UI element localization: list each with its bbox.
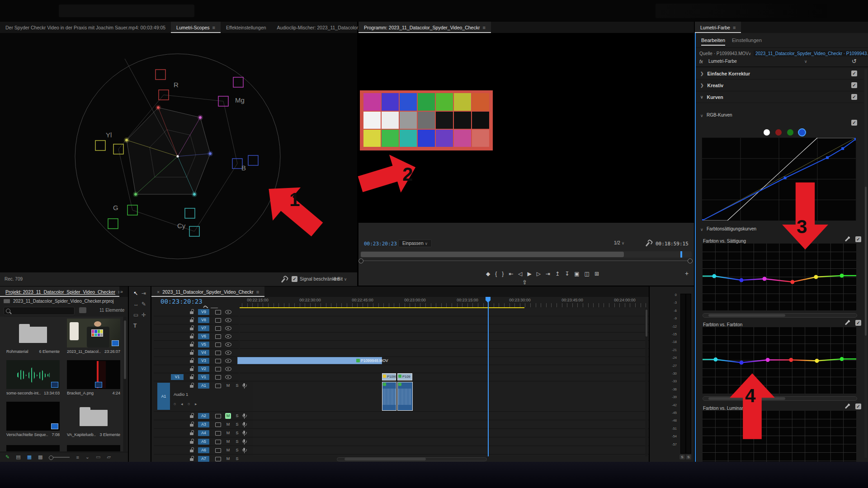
project-item-image[interactable]: Bracket_A.png4:24: [67, 360, 120, 400]
voice-over-record-mic-icon[interactable]: [243, 448, 245, 451]
track-output-icon[interactable]: [215, 422, 221, 427]
track-lock-icon[interactable]: [190, 352, 193, 355]
track-name-button[interactable]: A5: [198, 439, 209, 445]
new-bin-icon[interactable]: ▱: [107, 454, 110, 460]
track-output-icon[interactable]: [215, 384, 221, 388]
project-tab[interactable]: Projekt: 2023_11_Datacolor_Spider_Video_…: [0, 286, 119, 297]
sort-icon[interactable]: ≡: [76, 455, 79, 460]
voice-over-record-mic-icon[interactable]: [243, 422, 245, 425]
add-button[interactable]: +: [685, 270, 689, 277]
track-name-button[interactable]: V7: [198, 325, 209, 331]
eyedropper-icon[interactable]: [845, 404, 849, 408]
item-name[interactable]: some-seconds-int..: [6, 391, 41, 395]
track-visibility-eye-icon[interactable]: [225, 351, 231, 355]
eyedropper-icon[interactable]: [845, 237, 849, 241]
bit-depth-dropdown[interactable]: 8 Bit ∨: [334, 277, 347, 282]
curve-enabled-checkbox[interactable]: ✓: [855, 236, 861, 242]
audio-track-lane-A1[interactable]: [240, 382, 649, 412]
track-visibility-eye-icon[interactable]: [225, 334, 231, 338]
program-settings-wrench-icon[interactable]: [646, 242, 650, 246]
icon-view-icon[interactable]: ▦: [27, 454, 32, 460]
project-item-audio[interactable]: some-seconds-int..13:34:03: [6, 360, 60, 400]
track-solo-button[interactable]: S: [234, 413, 240, 419]
source-clip-link[interactable]: 2023_11_Datacolor_Spyder_Video_Checkr · …: [754, 51, 868, 56]
track-name-button[interactable]: V2: [198, 366, 209, 372]
panel-menu-icon[interactable]: ≡: [118, 289, 119, 295]
track-lock-icon[interactable]: [190, 311, 193, 314]
signal-clamp-checkbox[interactable]: ✓: [292, 276, 297, 282]
track-name-button[interactable]: V8: [198, 317, 209, 323]
track-lock-icon[interactable]: [190, 336, 193, 338]
keyframe-nav-icons[interactable]: ○ ◂ ○ ▸: [174, 402, 198, 406]
track-lock-icon[interactable]: [190, 376, 193, 379]
timeline-clip-video[interactable]: P1099: [382, 373, 396, 380]
video-track-lane-V8[interactable]: [240, 316, 649, 324]
source-patch-video[interactable]: V1: [171, 374, 184, 380]
track-solo-button[interactable]: S: [234, 430, 240, 436]
mark-in-icon[interactable]: {: [495, 271, 497, 277]
export-frame-icon[interactable]: ▣: [574, 271, 579, 277]
item-name[interactable]: VA_Kapitelueb..: [67, 432, 96, 437]
track-lock-icon[interactable]: [190, 441, 193, 444]
audio-track-lane-A3[interactable]: [240, 421, 649, 429]
video-track-lane-V6[interactable]: [240, 333, 649, 341]
program-zoom-scrollbar[interactable]: [360, 251, 692, 258]
track-mute-button[interactable]: M: [225, 383, 231, 389]
track-output-icon[interactable]: [215, 343, 221, 347]
audio-track-lane-A2[interactable]: [240, 412, 649, 420]
section-enabled-checkbox[interactable]: ✓: [851, 94, 857, 100]
section-kurven[interactable]: ∨Kurven✓: [696, 91, 863, 103]
track-solo-button[interactable]: S: [234, 422, 240, 427]
zoom-fit-dropdown[interactable]: Einpassen ∨: [398, 239, 432, 247]
voice-over-record-mic-icon[interactable]: [243, 383, 245, 386]
track-mute-button[interactable]: M: [225, 413, 231, 419]
chevron-down-icon[interactable]: ∨: [804, 59, 807, 64]
add-marker-icon[interactable]: ◆: [486, 271, 490, 277]
track-mute-button[interactable]: M: [225, 447, 231, 453]
hue-curve-editor[interactable]: [703, 327, 856, 394]
section-einfache-korrektur[interactable]: ❯Einfache Korrektur✓: [696, 68, 863, 80]
list-view-icon[interactable]: ▤: [16, 454, 20, 460]
track-visibility-eye-icon[interactable]: [225, 326, 231, 330]
zoom-slider-knob[interactable]: [49, 455, 53, 460]
timeline-v-scrollbar[interactable]: [645, 309, 648, 456]
track-output-icon[interactable]: [215, 351, 221, 355]
track-output-icon[interactable]: [215, 367, 221, 371]
export-frame-button[interactable]: ⇧: [522, 279, 527, 286]
track-mute-button[interactable]: M: [225, 439, 231, 445]
comparison-view-icon[interactable]: ◫: [585, 271, 590, 277]
track-visibility-eye-icon[interactable]: [225, 359, 231, 363]
mark-out-icon[interactable]: }: [502, 271, 504, 277]
track-visibility-eye-icon[interactable]: [225, 367, 231, 371]
track-name-button[interactable]: V6: [198, 333, 209, 339]
track-name-button[interactable]: A6: [198, 447, 209, 453]
project-search-input[interactable]: [4, 307, 75, 315]
bin-breadcrumb[interactable]: 2023_11_Datacolor_Spider_Video_Checker.p…: [4, 299, 114, 304]
multi-camera-icon[interactable]: ⊞: [594, 271, 599, 277]
rectangle-tool[interactable]: ▭: [133, 312, 138, 318]
type-tool[interactable]: T: [133, 323, 137, 329]
chevron-expanded-icon[interactable]: ∨: [700, 113, 703, 118]
audio-track-lane-A5[interactable]: [240, 438, 649, 446]
track-output-icon[interactable]: [215, 440, 221, 444]
program-playhead-marker[interactable]: [680, 251, 682, 258]
track-lock-icon[interactable]: [190, 458, 193, 461]
section-enabled-checkbox[interactable]: ✓: [851, 82, 857, 88]
green-channel-dot[interactable]: [787, 129, 793, 136]
program-seek-track[interactable]: [360, 260, 692, 261]
eyedropper-icon[interactable]: [845, 321, 849, 325]
chevron-expanded-icon[interactable]: ∨: [700, 227, 703, 232]
curve-scrollbar[interactable]: [703, 396, 857, 401]
track-output-icon[interactable]: [215, 318, 221, 323]
seek-handle-left[interactable]: [359, 258, 363, 263]
tab-header-0[interactable]: Der Spyder Checkr Video in der Praxis mi…: [0, 22, 171, 33]
extract-icon[interactable]: ↧: [565, 271, 569, 277]
track-visibility-eye-icon[interactable]: [225, 343, 231, 347]
track-name-button[interactable]: A7: [198, 456, 209, 462]
track-name-button[interactable]: A3: [198, 422, 209, 427]
track-lock-icon[interactable]: [190, 415, 193, 418]
track-mute-button[interactable]: M: [225, 422, 231, 427]
tab-bearbeiten[interactable]: Bearbeiten: [701, 38, 725, 46]
effect-name-dropdown[interactable]: Lumetri-Farbe: [708, 59, 808, 64]
track-name-button[interactable]: V5: [198, 342, 209, 347]
